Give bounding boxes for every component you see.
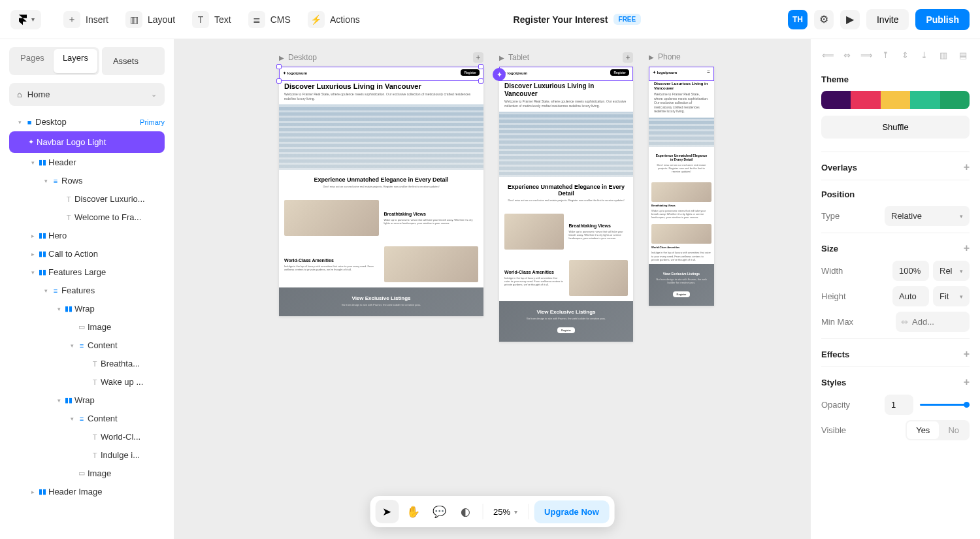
align-left-icon[interactable]: ⟸ <box>821 48 834 61</box>
align-top-icon[interactable]: ⤒ <box>879 48 892 61</box>
swatch[interactable] <box>851 91 880 109</box>
theme-swatches[interactable] <box>821 91 970 109</box>
minmax-input[interactable]: ⇔ <box>896 312 970 332</box>
add-style-icon[interactable]: + <box>964 376 970 388</box>
layer-row[interactable]: TWake up ... <box>4 373 170 391</box>
width-unit-select[interactable]: Rel▾ <box>933 261 970 281</box>
layer-row[interactable]: ▾≡Content <box>4 410 170 427</box>
layer-row[interactable]: ✦Navbar Logo Light <box>9 131 165 153</box>
layer-row[interactable]: ▾▮▮Features Large <box>4 263 170 281</box>
swatch[interactable] <box>940 91 970 109</box>
layer-row[interactable]: ▭Image <box>4 318 170 336</box>
visible-toggle[interactable]: Yes No <box>906 420 970 440</box>
home-icon: ⌂ <box>17 90 22 99</box>
height-label: Height <box>821 291 846 301</box>
swatch[interactable] <box>881 91 910 109</box>
distribute-h-icon[interactable]: ▥ <box>937 48 950 61</box>
project-title[interactable]: Register Your Interest <box>514 14 608 25</box>
cms-button[interactable]: ≣CMS <box>242 7 297 32</box>
height-input[interactable]: Auto <box>892 286 929 306</box>
swatch[interactable] <box>910 91 939 109</box>
left-panel: Pages Layers Assets ⌂ Home ⌄ ▾■DesktopPr… <box>0 39 174 539</box>
play-icon: ▶ <box>649 54 654 61</box>
opacity-slider[interactable] <box>920 404 970 406</box>
layer-row[interactable]: ▭Image <box>4 465 170 482</box>
tab-layers[interactable]: Layers <box>54 49 97 73</box>
dark-mode-toggle[interactable]: ◐ <box>453 500 477 523</box>
align-center-v-icon[interactable]: ⇕ <box>898 48 911 61</box>
styles-section-title[interactable]: Styles+ <box>821 376 970 388</box>
resize-handle[interactable] <box>276 78 282 84</box>
settings-button[interactable]: ⚙ <box>814 10 834 29</box>
swatch[interactable] <box>821 91 851 109</box>
layer-row[interactable]: ▾≡Content <box>4 336 170 354</box>
breakpoint-label[interactable]: Tablet <box>508 53 529 62</box>
width-input[interactable]: 100% <box>892 261 929 281</box>
comment-tool[interactable]: 💬 <box>427 500 451 523</box>
layer-row[interactable]: TIndulge i... <box>4 446 170 464</box>
cursor-tool[interactable]: ➤ <box>375 500 399 523</box>
shuffle-button[interactable]: Shuffle <box>821 116 970 139</box>
layer-row[interactable]: ▾▮▮Wrap <box>4 300 170 318</box>
add-breakpoint-button[interactable]: + <box>473 52 483 63</box>
breakpoint-label[interactable]: Desktop <box>288 53 317 62</box>
insert-button[interactable]: ＋Insert <box>57 7 115 32</box>
align-center-h-icon[interactable]: ⇔ <box>841 48 854 61</box>
app-menu-button[interactable]: ▾ <box>10 10 41 29</box>
tab-pages[interactable]: Pages <box>11 49 54 73</box>
layer-row[interactable]: TBreathta... <box>4 355 170 372</box>
play-icon: ▶ <box>499 54 504 61</box>
resize-handle[interactable] <box>478 64 483 69</box>
position-type-select[interactable]: Relative▾ <box>885 206 970 226</box>
layer-row[interactable]: ▾■DesktopPrimary <box>4 113 170 131</box>
add-overlay-icon[interactable]: + <box>964 161 970 173</box>
layer-row[interactable]: ▸▮▮Call to Action <box>4 245 170 263</box>
layer-row[interactable]: ▾≡Features <box>4 282 170 299</box>
user-avatar[interactable]: TH <box>788 10 808 29</box>
bolt-icon: ⚡ <box>308 11 325 28</box>
preview-button[interactable]: ▶ <box>840 10 860 29</box>
layer-row[interactable]: TWelcome to Fra... <box>4 208 170 226</box>
resize-handle[interactable] <box>276 64 282 69</box>
hero-image <box>649 118 714 147</box>
chevron-down-icon: ▾ <box>31 16 35 23</box>
text-button[interactable]: TText <box>186 7 238 32</box>
invite-button[interactable]: Invite <box>866 9 909 30</box>
hand-tool[interactable]: ✋ <box>401 500 425 523</box>
actions-button[interactable]: ⚡Actions <box>301 7 367 32</box>
layer-row[interactable]: ▸▮▮Hero <box>4 227 170 244</box>
effects-section-title[interactable]: Effects+ <box>821 348 970 360</box>
gear-icon: ⚙ <box>819 13 828 25</box>
distribute-v-icon[interactable]: ▤ <box>956 48 970 61</box>
overlays-section-title[interactable]: Overlays+ <box>821 161 970 173</box>
layer-row[interactable]: TWorld-Cl... <box>4 428 170 446</box>
tab-assets[interactable]: Assets <box>102 47 165 75</box>
layer-row[interactable]: ▾≡Rows <box>4 172 170 189</box>
opacity-input[interactable] <box>885 395 913 415</box>
layout-button[interactable]: ▥Layout <box>119 7 182 32</box>
breakpoint-label[interactable]: Phone <box>658 52 681 61</box>
align-bottom-icon[interactable]: ⤓ <box>918 48 931 61</box>
framer-logo-icon <box>17 14 29 25</box>
play-icon: ▶ <box>279 54 284 61</box>
height-unit-select[interactable]: Fit▾ <box>933 286 970 306</box>
upgrade-button[interactable]: Upgrade Now <box>534 500 610 523</box>
layer-row[interactable]: TDiscover Luxurio... <box>4 190 170 208</box>
frame-tablet[interactable]: ✦ logoipsumRegister Discover Luxurious L… <box>499 67 633 342</box>
layer-row[interactable]: ▾▮▮Wrap <box>4 391 170 409</box>
resize-handle[interactable] <box>478 78 483 84</box>
align-right-icon[interactable]: ⟹ <box>860 48 873 61</box>
page-selector[interactable]: ⌂ Home ⌄ <box>9 83 165 106</box>
publish-button[interactable]: Publish <box>915 9 970 30</box>
layer-tree: ▾■DesktopPrimary✦Navbar Logo Light▾▮▮Hea… <box>0 112 174 510</box>
hero-image <box>499 112 633 177</box>
ai-badge-icon[interactable]: ✦ <box>493 68 506 81</box>
add-size-icon[interactable]: + <box>964 242 970 254</box>
add-effect-icon[interactable]: + <box>964 348 970 360</box>
add-breakpoint-button[interactable]: + <box>623 52 633 63</box>
zoom-control[interactable]: 25%▾ <box>488 507 523 517</box>
frame-desktop[interactable]: ✦ logoipsumRegister Discover Luxurious L… <box>279 67 483 316</box>
layer-row[interactable]: ▸▮▮Header Image <box>4 483 170 500</box>
layer-row[interactable]: ▾▮▮Header <box>4 154 170 171</box>
frame-phone[interactable]: ✦ logoipsum≡ Discover Luxurious Living i… <box>649 67 714 306</box>
